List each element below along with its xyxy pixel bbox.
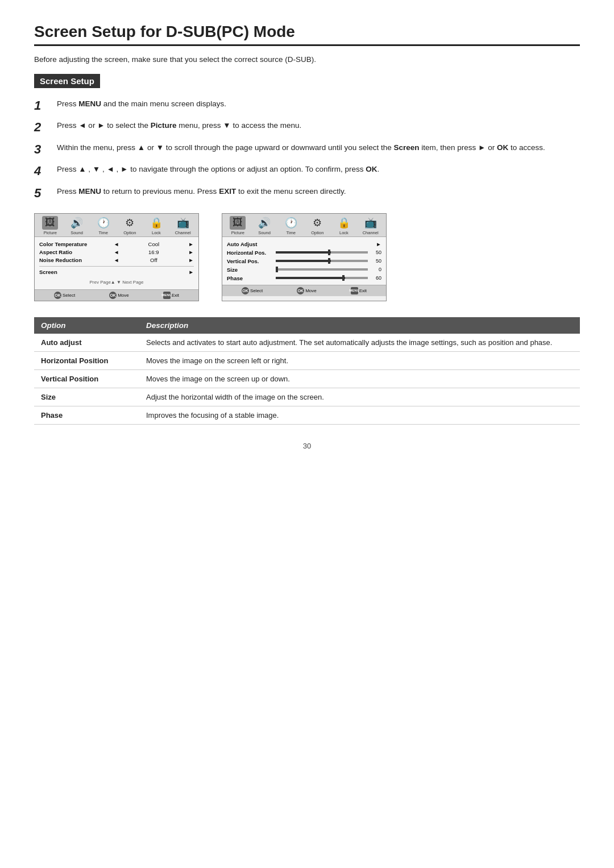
options-table: Option Description Auto adjust Selects a… <box>34 317 580 425</box>
left-icon-picture: 🖼 Picture <box>42 216 58 235</box>
step-2: 2 Press ◄ or ► to select the Picture men… <box>34 120 580 135</box>
left-row-aspect: Aspect Ratio ◄ 16:9 ► <box>39 248 194 256</box>
page-number: 30 <box>34 442 580 450</box>
horiz-slider-bar <box>276 251 368 254</box>
title-divider <box>34 44 580 46</box>
left-menu-body: Color Temperature ◄ Cool ► Aspect Ratio … <box>35 237 198 289</box>
right-lock-icon: 🔒 <box>336 216 352 230</box>
option-auto-adjust: Auto adjust <box>34 334 139 352</box>
step-5: 5 Press MENU to return to previous menu.… <box>34 186 580 201</box>
step-num-3: 3 <box>34 142 51 157</box>
step-text-3: Within the menu, press ▲ or ▼ to scroll … <box>57 142 580 153</box>
right-menu-screen: 🖼 Picture 🔊 Sound 🕐 Time ⚙ Option 🔒 Lock… <box>222 213 387 301</box>
picture-icon: 🖼 <box>42 216 58 230</box>
right-row-size: Size 0 <box>227 265 381 274</box>
right-footer-select: OK Select <box>242 287 263 294</box>
table-header: Option Description <box>34 317 580 334</box>
menus-row: 🖼 Picture 🔊 Sound 🕐 Time ⚙ Option 🔒 Lock… <box>34 213 580 301</box>
table-row: Horizontal Position Moves the image on t… <box>34 351 580 369</box>
option-vert-pos: Vertical Position <box>34 369 139 388</box>
left-nav-text: Prev Page▲ ▼ Next Page <box>39 280 194 285</box>
left-menu-divider <box>39 266 194 267</box>
step-num-4: 4 <box>34 164 51 178</box>
left-menu-footer: OK Select OK Move MENU Exit <box>35 289 198 301</box>
table-row: Auto adjust Selects and activates to sta… <box>34 334 580 352</box>
step-text-2: Press ◄ or ► to select the Picture menu,… <box>57 120 580 131</box>
left-row-color-temp: Color Temperature ◄ Cool ► <box>39 240 194 248</box>
right-menu-icons: 🖼 Picture 🔊 Sound 🕐 Time ⚙ Option 🔒 Lock… <box>222 214 386 237</box>
right-menu-footer: OK Select OK Move MENU Exit <box>222 285 386 296</box>
left-row-noise: Noise Reduction ◄ Off ► <box>39 256 194 264</box>
option-icon: ⚙ <box>122 216 138 230</box>
table-body: Auto adjust Selects and activates to sta… <box>34 334 580 425</box>
right-menu-body: Auto Adjust ► Horizontal Pos. 50 Vertica… <box>222 237 386 285</box>
table-row: Phase Improves the focusing of a stable … <box>34 406 580 424</box>
table-row: Vertical Position Moves the image on the… <box>34 369 580 388</box>
right-sound-icon: 🔊 <box>256 216 272 230</box>
option-phase: Phase <box>34 406 139 424</box>
desc-vert-pos: Moves the image on the screen up or down… <box>139 369 580 388</box>
step-num-5: 5 <box>34 186 51 201</box>
right-footer-exit: MENU Exit <box>351 287 367 294</box>
right-row-horiz-pos: Horizontal Pos. 50 <box>227 248 381 257</box>
step-num-2: 2 <box>34 120 51 135</box>
left-footer-exit: MENU Exit <box>163 292 179 299</box>
right-time-icon: 🕐 <box>283 216 299 230</box>
left-icon-channel: 📺 Channel <box>175 216 191 235</box>
right-picture-icon: 🖼 <box>230 216 246 230</box>
option-size: Size <box>34 388 139 406</box>
page-title: Screen Setup for D-SUB(PC) Mode <box>34 23 580 41</box>
right-row-vert-pos: Vertical Pos. 50 <box>227 257 381 265</box>
col-description-header: Description <box>139 317 580 334</box>
step-3: 3 Within the menu, press ▲ or ▼ to scrol… <box>34 142 580 157</box>
sound-icon: 🔊 <box>69 216 85 230</box>
right-icon-channel: 📺 Channel <box>363 216 379 235</box>
left-footer-select: OK Select <box>54 292 75 299</box>
step-text-1: Press MENU and the main menu screen disp… <box>57 98 580 110</box>
right-icon-lock: 🔒 Lock <box>336 216 352 235</box>
step-4: 4 Press ▲ , ▼ , ◄ , ► to navigate throug… <box>34 164 580 178</box>
left-row-screen: Screen ► <box>39 268 194 276</box>
left-menu-icons: 🖼 Picture 🔊 Sound 🕐 Time ⚙ Option 🔒 Lock… <box>35 214 198 237</box>
phase-slider-bar <box>276 277 368 279</box>
desc-phase: Improves the focusing of a stable image. <box>139 406 580 424</box>
right-row-autoadjust: Auto Adjust ► <box>227 240 381 248</box>
desc-auto-adjust: Selects and activates to start auto adju… <box>139 334 580 352</box>
vert-slider-bar <box>276 260 368 262</box>
desc-horiz-pos: Moves the image on the screen left or ri… <box>139 351 580 369</box>
col-option-header: Option <box>34 317 139 334</box>
section-heading: Screen Setup <box>34 74 580 98</box>
left-footer-move: OK Move <box>109 292 129 299</box>
right-icon-picture: 🖼 Picture <box>230 216 246 235</box>
intro-text: Before adjusting the screen, make sure t… <box>34 55 580 64</box>
channel-icon: 📺 <box>175 216 191 230</box>
step-num-1: 1 <box>34 98 51 113</box>
lock-icon: 🔒 <box>148 216 164 230</box>
right-channel-icon: 📺 <box>363 216 379 230</box>
right-icon-sound: 🔊 Sound <box>256 216 272 235</box>
right-icon-time: 🕐 Time <box>283 216 299 235</box>
step-text-5: Press MENU to return to previous menu. P… <box>57 186 580 197</box>
desc-size: Adjust the horizontal width of the image… <box>139 388 580 406</box>
left-menu-screen: 🖼 Picture 🔊 Sound 🕐 Time ⚙ Option 🔒 Lock… <box>34 213 199 301</box>
time-icon: 🕐 <box>96 216 111 230</box>
right-option-icon: ⚙ <box>309 216 325 230</box>
left-icon-time: 🕐 Time <box>96 216 111 235</box>
step-text-4: Press ▲ , ▼ , ◄ , ► to navigate through … <box>57 164 580 175</box>
table-row: Size Adjust the horizontal width of the … <box>34 388 580 406</box>
steps-container: 1 Press MENU and the main menu screen di… <box>34 98 580 201</box>
left-icon-option: ⚙ Option <box>122 216 138 235</box>
option-horiz-pos: Horizontal Position <box>34 351 139 369</box>
right-row-phase: Phase 60 <box>227 274 381 283</box>
left-icon-sound: 🔊 Sound <box>69 216 85 235</box>
step-1: 1 Press MENU and the main menu screen di… <box>34 98 580 113</box>
right-footer-move: OK Move <box>297 287 317 294</box>
size-slider-bar <box>276 268 368 271</box>
left-icon-lock: 🔒 Lock <box>148 216 164 235</box>
right-icon-option: ⚙ Option <box>309 216 325 235</box>
